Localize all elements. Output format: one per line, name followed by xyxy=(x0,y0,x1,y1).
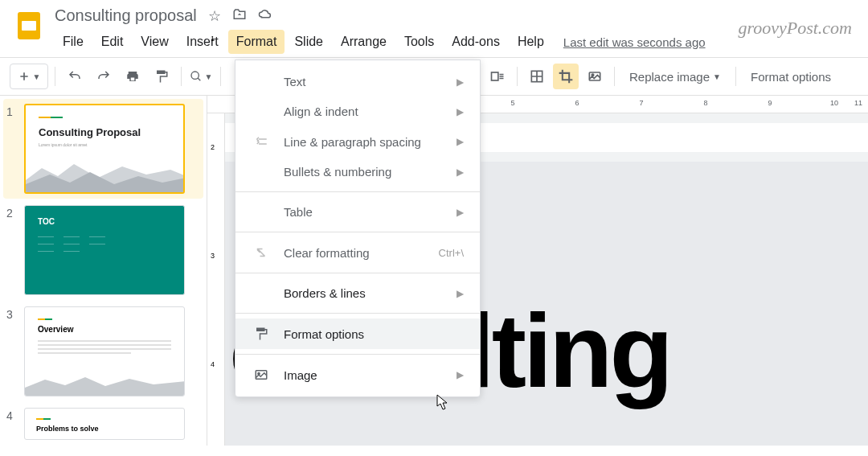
svg-rect-1 xyxy=(22,21,36,31)
cloud-icon[interactable] xyxy=(258,7,272,25)
menu-file[interactable]: File xyxy=(55,30,92,54)
format-options-icon xyxy=(252,327,271,341)
watermark: groovyPost.com xyxy=(738,18,852,39)
slide-thumb-3[interactable]: Overview xyxy=(24,306,185,396)
transition-button[interactable] xyxy=(485,64,510,89)
star-icon[interactable]: ☆ xyxy=(208,7,221,25)
replace-image-button[interactable]: Replace image▼ xyxy=(621,65,729,88)
dd-bullets[interactable]: Bullets & numbering▶ xyxy=(235,157,480,187)
format-dropdown: Text▶ Align & indent▶ Line & paragraph s… xyxy=(235,60,481,397)
thumb-number: 4 xyxy=(6,408,24,440)
mask-button[interactable] xyxy=(524,64,550,89)
reset-image-button[interactable] xyxy=(582,64,608,89)
document-title[interactable]: Consulting proposal xyxy=(55,6,197,25)
vertical-ruler[interactable]: 1 2 3 4 xyxy=(207,113,225,446)
dd-format-options[interactable]: Format options xyxy=(235,318,480,349)
redo-button[interactable] xyxy=(91,64,117,89)
menubar: File Edit View Insert Format Slide Arran… xyxy=(55,27,855,57)
image-icon xyxy=(252,368,271,382)
thumb-title: Consulting Proposal xyxy=(39,126,170,139)
dd-text[interactable]: Text▶ xyxy=(235,67,480,97)
dd-line-spacing[interactable]: Line & paragraph spacing▶ xyxy=(235,126,480,157)
clear-format-icon xyxy=(252,245,271,260)
thumb-number: 3 xyxy=(6,306,24,396)
menu-addons[interactable]: Add-ons xyxy=(444,30,508,54)
line-spacing-icon xyxy=(252,134,271,149)
print-button[interactable] xyxy=(120,64,145,89)
slide-thumb-2[interactable]: TOC ——————————————— ——————————————— ————… xyxy=(24,205,185,295)
slide-thumb-1[interactable]: Consulting Proposal Lorem ipsum dolor si… xyxy=(24,104,185,194)
last-edit-link[interactable]: Last edit was seconds ago xyxy=(563,35,706,49)
thumb-title: TOC xyxy=(38,217,171,226)
dd-align[interactable]: Align & indent▶ xyxy=(235,97,480,126)
dd-table[interactable]: Table▶ xyxy=(235,197,480,227)
dd-image[interactable]: Image▶ xyxy=(235,359,480,390)
thumb-number: 2 xyxy=(6,205,24,295)
svg-rect-10 xyxy=(256,371,267,380)
menu-slide[interactable]: Slide xyxy=(286,30,331,54)
move-icon[interactable] xyxy=(232,7,247,25)
menu-arrange[interactable]: Arrange xyxy=(333,30,395,54)
menu-edit[interactable]: Edit xyxy=(93,30,132,54)
slides-logo[interactable] xyxy=(13,10,45,42)
new-slide-button[interactable]: ▼ xyxy=(10,64,48,89)
thumb-title: Problems to solve xyxy=(36,425,173,433)
svg-point-2 xyxy=(191,72,199,79)
dd-borders[interactable]: Borders & lines▶ xyxy=(235,278,480,308)
thumb-number: 1 xyxy=(6,104,24,194)
svg-rect-3 xyxy=(492,72,498,80)
crop-button[interactable] xyxy=(553,64,579,89)
slide-panel: 1 Consulting Proposal Lorem ipsum dolor … xyxy=(0,96,207,446)
dd-clear-formatting[interactable]: Clear formattingCtrl+\ xyxy=(235,237,480,268)
menu-view[interactable]: View xyxy=(133,30,176,54)
menu-help[interactable]: Help xyxy=(510,30,552,54)
undo-button[interactable] xyxy=(62,64,88,89)
menu-format[interactable]: Format xyxy=(228,30,285,54)
menu-insert[interactable]: Insert xyxy=(178,30,227,54)
slide-thumb-4[interactable]: Problems to solve xyxy=(24,408,185,440)
thumb-title: Overview xyxy=(38,325,171,334)
paint-format-button[interactable] xyxy=(149,64,174,89)
thumb-subtitle: Lorem ipsum dolor sit amet xyxy=(39,142,170,147)
menu-tools[interactable]: Tools xyxy=(396,30,442,54)
format-options-button[interactable]: Format options xyxy=(743,65,839,88)
